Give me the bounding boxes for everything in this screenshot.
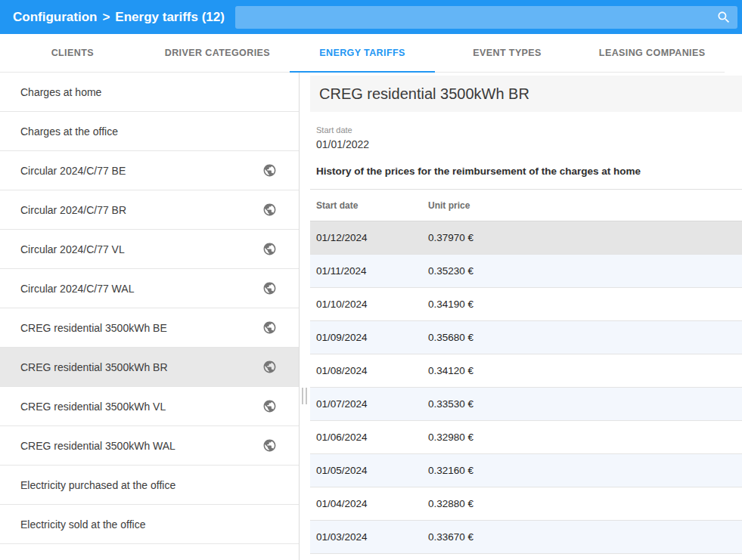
cell-start-date[interactable]: 01/04/2024 xyxy=(310,487,422,521)
cell-start-date[interactable]: 01/05/2024 xyxy=(310,454,422,487)
start-date-label: Start date xyxy=(316,125,742,135)
cell-start-date[interactable]: 01/06/2024 xyxy=(310,421,422,454)
list-item-tariff[interactable]: Circular 2024/C/77 BR xyxy=(0,190,299,230)
breadcrumb-page: Energy tariffs (12) xyxy=(115,10,225,25)
globe-icon xyxy=(262,163,277,178)
tariff-label: Circular 2024/C/77 WAL xyxy=(20,283,134,295)
cell-unit-price[interactable]: 0.34190 € xyxy=(422,288,742,321)
detail-title: CREG residential 3500kWh BR xyxy=(310,76,742,112)
column-header-start-date: Start date xyxy=(310,190,422,221)
globe-icon xyxy=(262,242,277,256)
list-item-tariff[interactable]: CREG residential 3500kWh BE xyxy=(0,308,299,348)
table-row[interactable]: 01/11/2024 0.35230 € xyxy=(310,255,742,288)
tariff-label: Charges at the office xyxy=(20,125,118,138)
cell-start-date[interactable]: 01/07/2024 xyxy=(310,388,422,421)
list-item-tariff[interactable]: Electricity purchased at the office xyxy=(0,466,299,505)
column-header-unit-price: Unit price xyxy=(422,190,742,221)
tab-label: CLIENTS xyxy=(51,48,94,58)
tariff-label: Electricity purchased at the office xyxy=(20,479,175,491)
cell-unit-price[interactable]: 0.33530 € xyxy=(422,388,742,421)
list-item-tariff[interactable]: Charges at the office xyxy=(0,112,299,151)
globe-icon xyxy=(262,399,277,413)
tariff-label: Circular 2024/C/77 BE xyxy=(20,165,126,177)
table-row[interactable]: 01/06/2024 0.32980 € xyxy=(310,421,742,454)
table-row[interactable]: 01/04/2024 0.32880 € xyxy=(310,487,742,521)
globe-icon xyxy=(262,438,277,453)
cell-unit-price[interactable]: 0.37970 € xyxy=(422,221,742,255)
breadcrumb-section[interactable]: Configuration xyxy=(13,10,97,25)
globe-icon xyxy=(262,360,277,374)
table-header-row: Start date Unit price xyxy=(310,190,742,221)
list-item-tariff[interactable]: Circular 2024/C/77 BE xyxy=(0,151,299,190)
price-table-body: 01/12/2024 0.37970 € 01/11/2024 0.35230 … xyxy=(310,221,742,554)
tab-driver-categories[interactable]: DRIVER CATEGORIES xyxy=(145,34,290,72)
table-row[interactable]: 01/10/2024 0.34190 € xyxy=(310,288,742,321)
list-item-tariff[interactable]: Electricity sold at the office xyxy=(0,505,299,544)
tariff-label: CREG residential 3500kWh VL xyxy=(20,401,166,413)
cell-unit-price[interactable]: 0.32880 € xyxy=(422,487,742,521)
search-box[interactable] xyxy=(235,6,737,29)
cell-start-date[interactable]: 01/12/2024 xyxy=(310,221,422,255)
cell-unit-price[interactable]: 0.35230 € xyxy=(422,255,742,288)
list-item-tariff[interactable]: CREG residential 3500kWh VL xyxy=(0,387,299,426)
cell-unit-price[interactable]: 0.32980 € xyxy=(422,421,742,454)
tab-label: DRIVER CATEGORIES xyxy=(165,48,270,58)
list-item-tariff[interactable]: Charges at home xyxy=(0,73,299,112)
tariff-label: CREG residential 3500kWh BR xyxy=(20,361,168,373)
tariff-label: Electricity sold at the office xyxy=(20,518,145,531)
tariff-label: CREG residential 3500kWh WAL xyxy=(20,440,175,452)
tariff-label: Charges at home xyxy=(20,86,101,98)
tariff-list: Charges at home Charges at the office Ci… xyxy=(0,73,300,560)
content-area: Charges at home Charges at the office Ci… xyxy=(0,73,742,560)
table-row[interactable]: 01/08/2024 0.34120 € xyxy=(310,354,742,388)
table-row[interactable]: 01/03/2024 0.33670 € xyxy=(310,521,742,554)
breadcrumb: Configuration > Energy tariffs (12) xyxy=(13,10,225,25)
globe-icon xyxy=(262,320,277,335)
table-row[interactable]: 01/09/2024 0.35680 € xyxy=(310,321,742,354)
list-item-tariff[interactable]: CREG residential 3500kWh WAL xyxy=(0,426,299,466)
history-heading: History of the prices for the reimbursem… xyxy=(316,166,742,178)
breadcrumb-separator-icon: > xyxy=(102,10,110,25)
cell-start-date[interactable]: 01/09/2024 xyxy=(310,321,422,354)
tariff-label: Circular 2024/C/77 VL xyxy=(20,243,125,255)
cell-unit-price[interactable]: 0.33670 € xyxy=(422,521,742,554)
search-icon[interactable] xyxy=(716,10,731,25)
list-item-tariff[interactable]: Circular 2024/C/77 VL xyxy=(0,230,299,269)
tab-label: ENERGY TARIFFS xyxy=(319,48,405,58)
list-item-tariff[interactable]: Circular 2024/C/77 WAL xyxy=(0,269,299,308)
tariff-label: Circular 2024/C/77 BR xyxy=(20,204,126,216)
search-input[interactable] xyxy=(243,11,716,24)
tab-label: EVENT TYPES xyxy=(473,48,542,58)
cell-unit-price[interactable]: 0.34120 € xyxy=(422,354,742,388)
table-row[interactable]: 01/12/2024 0.37970 € xyxy=(310,221,742,255)
start-date-value: 01/01/2022 xyxy=(316,138,742,150)
globe-icon xyxy=(262,203,277,217)
price-history-table: Start date Unit price 01/12/2024 0.37970… xyxy=(310,189,742,554)
tab-event-types[interactable]: EVENT TYPES xyxy=(435,34,580,72)
tariff-label: CREG residential 3500kWh BE xyxy=(20,322,167,334)
tab-clients[interactable]: CLIENTS xyxy=(0,34,145,72)
panel-splitter[interactable] xyxy=(300,73,310,560)
tab-label: LEASING COMPANIES xyxy=(599,48,706,58)
table-row[interactable]: 01/07/2024 0.33530 € xyxy=(310,388,742,421)
app-header: Configuration > Energy tariffs (12) xyxy=(0,0,742,34)
splitter-drag-handle-icon[interactable] xyxy=(302,388,307,404)
app-window: Configuration > Energy tariffs (12) CLIE… xyxy=(0,0,742,560)
list-item-tariff[interactable]: CREG residential 3500kWh BR xyxy=(0,348,299,387)
globe-icon xyxy=(262,281,277,295)
tariff-detail-panel: CREG residential 3500kWh BR Start date 0… xyxy=(310,73,742,560)
cell-start-date[interactable]: 01/03/2024 xyxy=(310,521,422,554)
start-date-field: Start date 01/01/2022 xyxy=(316,125,742,150)
cell-start-date[interactable]: 01/08/2024 xyxy=(310,354,422,388)
table-row[interactable]: 01/05/2024 0.32160 € xyxy=(310,454,742,487)
cell-start-date[interactable]: 01/11/2024 xyxy=(310,255,422,288)
tab-bar: CLIENTS DRIVER CATEGORIES ENERGY TARIFFS… xyxy=(0,34,725,73)
tab-energy-tariffs[interactable]: ENERGY TARIFFS xyxy=(290,34,435,72)
tab-leasing-companies[interactable]: LEASING COMPANIES xyxy=(579,34,725,72)
cell-unit-price[interactable]: 0.35680 € xyxy=(422,321,742,354)
cell-start-date[interactable]: 01/10/2024 xyxy=(310,288,422,321)
cell-unit-price[interactable]: 0.32160 € xyxy=(422,454,742,487)
